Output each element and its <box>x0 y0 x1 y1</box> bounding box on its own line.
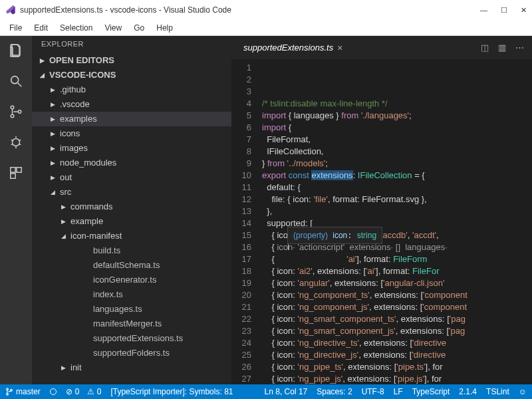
svg-line-7 <box>11 140 13 140</box>
encoding-status[interactable]: UTF-8 <box>362 387 384 396</box>
search-icon[interactable] <box>7 72 25 90</box>
tree-item-label: .vscode <box>60 97 90 112</box>
more-actions-icon[interactable]: ⋯ <box>515 43 524 53</box>
tslint-status[interactable]: TSLint <box>486 387 509 396</box>
svg-point-0 <box>11 76 19 84</box>
chevron-right-icon: ▶ <box>61 214 67 229</box>
menu-file[interactable]: File <box>4 22 27 34</box>
folder-images[interactable]: ▶images <box>32 141 231 156</box>
folder-init[interactable]: ▶init <box>32 360 231 375</box>
svg-point-4 <box>18 110 21 114</box>
open-editors-section[interactable]: ▶OPEN EDITORS <box>32 53 231 68</box>
tree-item-label: init <box>70 360 82 375</box>
status-bar: master ⊘0 ⚠0 [TypeScript Importer]: Symb… <box>0 384 532 399</box>
project-root[interactable]: ◢VSCODE-ICONS <box>32 68 231 82</box>
file-index-ts[interactable]: index.ts <box>32 287 231 302</box>
menu-selection[interactable]: Selection <box>55 22 98 34</box>
tree-item-label: example <box>70 214 103 229</box>
file-build-ts[interactable]: build.ts <box>32 243 231 258</box>
svg-line-10 <box>19 144 21 145</box>
ts-version[interactable]: 2.1.4 <box>459 387 477 396</box>
menu-go[interactable]: Go <box>128 22 150 34</box>
source-control-icon[interactable] <box>7 102 25 121</box>
folder-icon-manifest[interactable]: ◢icon-manifest <box>32 229 231 243</box>
folder-commands[interactable]: ▶commands <box>32 200 231 214</box>
tree-item-label: examples <box>60 112 97 126</box>
tree-item-label: icon-manifest <box>70 229 122 243</box>
file-supportedFolders-ts[interactable]: supportedFolders.ts <box>32 346 231 360</box>
git-sync[interactable] <box>50 388 57 395</box>
menu-edit[interactable]: Edit <box>29 22 53 34</box>
eol-status[interactable]: LF <box>394 387 403 396</box>
close-tab-icon[interactable]: × <box>337 43 342 53</box>
svg-rect-14 <box>11 174 15 178</box>
language-status[interactable]: TypeScript <box>412 387 450 396</box>
files-icon[interactable] <box>7 41 25 60</box>
indent-status[interactable]: Spaces: 2 <box>317 387 352 396</box>
toggle-panel-icon[interactable]: ▥ <box>498 43 506 53</box>
code-lines[interactable]: /* tslint:disable max-line-length */impo… <box>258 59 532 384</box>
tree-item-label: defaultSchema.ts <box>93 258 160 273</box>
activity-bar <box>0 36 32 384</box>
folder-examples[interactable]: ▶examples <box>32 112 231 126</box>
svg-rect-12 <box>11 168 15 172</box>
tab-label: supportedExtensions.ts <box>243 43 333 53</box>
code-editor[interactable]: 1234567891011121314151617181920212223242… <box>231 59 532 384</box>
cursor-position[interactable]: Ln 8, Col 17 <box>265 387 308 396</box>
svg-point-3 <box>11 114 14 118</box>
tab-supported-extensions[interactable]: supportedExtensions.ts × <box>237 36 349 59</box>
folder--github[interactable]: ▶.github <box>32 82 231 97</box>
window-close-icon[interactable]: ✕ <box>521 6 527 15</box>
window-title: supportedExtensions.ts - vscode-icons - … <box>20 5 231 15</box>
tree-item-label: out <box>60 170 72 185</box>
menu-view[interactable]: View <box>99 22 127 34</box>
folder-example[interactable]: ▶example <box>32 214 231 229</box>
warning-icon: ⚠ <box>87 387 94 396</box>
tree-item-label: index.ts <box>93 287 123 302</box>
tree-item-label: commands <box>70 200 113 214</box>
tree-item-label: supportedFolders.ts <box>93 346 170 360</box>
tree-item-label: src <box>60 185 71 200</box>
sync-icon <box>50 388 57 395</box>
folder-src[interactable]: ◢src <box>32 185 231 200</box>
svg-point-2 <box>11 106 14 109</box>
sidebar-title: EXPLORER <box>32 36 231 52</box>
debug-icon[interactable] <box>7 133 25 152</box>
file-defaultSchema-ts[interactable]: defaultSchema.ts <box>32 258 231 273</box>
chevron-right-icon: ▶ <box>51 170 57 185</box>
file-languages-ts[interactable]: languages.ts <box>32 302 231 317</box>
window-minimize-icon[interactable]: — <box>480 6 487 15</box>
problems[interactable]: ⊘0 ⚠0 <box>66 387 102 396</box>
split-editor-icon[interactable]: ◫ <box>481 43 489 53</box>
folder--vscode[interactable]: ▶.vscode <box>32 97 231 112</box>
file-manifestMerger-ts[interactable]: manifestMerger.ts <box>32 317 231 331</box>
vscode-logo-icon <box>5 5 16 15</box>
git-branch[interactable]: master <box>5 387 41 396</box>
svg-point-16 <box>7 393 9 395</box>
file-supportedExtensions-ts[interactable]: supportedExtensions.ts <box>32 331 231 346</box>
file-iconGenerator-ts[interactable]: iconGenerator.ts <box>32 273 231 287</box>
editor-tabs: supportedExtensions.ts × ◫ ▥ ⋯ <box>231 36 532 59</box>
feedback-icon[interactable]: ☺ <box>519 387 527 396</box>
window-maximize-icon[interactable]: ☐ <box>501 6 507 15</box>
chevron-right-icon: ▶ <box>51 141 57 156</box>
folder-out[interactable]: ▶out <box>32 170 231 185</box>
folder-node_modules[interactable]: ▶node_modules <box>32 156 231 170</box>
tree-item-label: languages.ts <box>93 302 142 317</box>
tree-item-label: .github <box>60 82 86 97</box>
extensions-icon[interactable] <box>7 164 25 182</box>
svg-point-5 <box>13 139 20 146</box>
folder-icons[interactable]: ▶icons <box>32 126 231 141</box>
chevron-right-icon: ▶ <box>61 360 67 375</box>
explorer-tree: ▶OPEN EDITORS ◢VSCODE-ICONS ▶.github▶.vs… <box>32 52 231 384</box>
tree-item-label: supportedExtensions.ts <box>93 331 183 346</box>
chevron-down-icon: ◢ <box>61 229 67 243</box>
tree-item-label: manifestMerger.ts <box>93 317 162 331</box>
menu-help[interactable]: Help <box>151 22 178 34</box>
chevron-right-icon: ▶ <box>51 82 57 97</box>
menubar: FileEditSelectionViewGoHelp <box>0 20 532 36</box>
ts-importer-status[interactable]: [TypeScript Importer]: Symbols: 81 <box>110 387 233 396</box>
chevron-right-icon: ▶ <box>51 156 57 170</box>
hover-tooltip: (property) icon: string <box>287 227 382 244</box>
svg-point-15 <box>7 388 9 390</box>
